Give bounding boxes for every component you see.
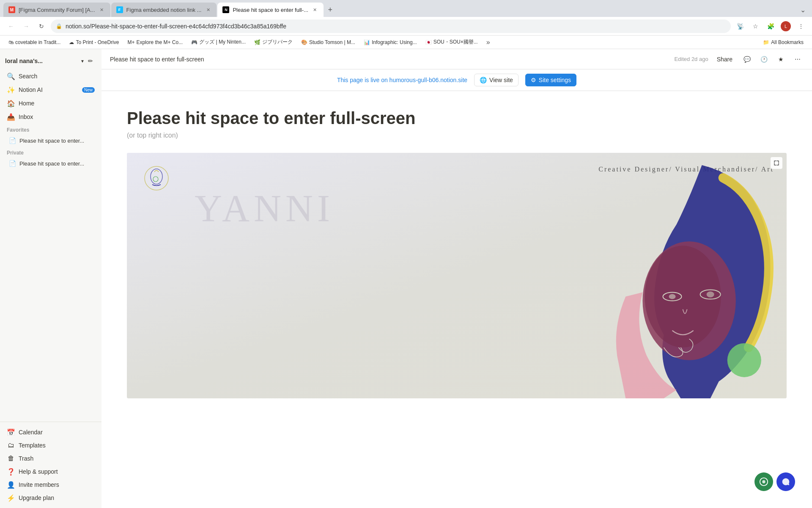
profile-avatar: L xyxy=(781,21,791,31)
tab-1-favicon: M xyxy=(8,6,15,13)
chat-button-2[interactable] xyxy=(776,472,795,491)
tab-3-title: Please hit space to enter full-... xyxy=(233,7,308,13)
sidebar-bottom: 📅 Calendar 🗂 Templates 🗑 Trash ❓ Help & … xyxy=(0,422,102,505)
extensions-icon[interactable]: 🧩 xyxy=(765,20,776,32)
bookmark-covetable-icon: 🛍 xyxy=(8,39,14,45)
view-site-button[interactable]: 🌐 View site xyxy=(474,74,518,86)
bookmark-nintendo-label: グッズ | My Ninten... xyxy=(199,39,246,46)
page-content: Please hit space to enter full-screen (o… xyxy=(102,91,812,508)
tab-2-close[interactable]: ✕ xyxy=(205,6,211,13)
help-label: Help & support xyxy=(19,468,95,475)
private-page-1-title: Please hit space to enter... xyxy=(19,160,84,167)
templates-icon: 🗂 xyxy=(7,441,15,450)
tab-2[interactable]: F Figma embedded notion link ... ✕ xyxy=(111,3,217,17)
new-page-icon[interactable]: ✏ xyxy=(85,55,96,67)
comments-button[interactable]: 💬 xyxy=(741,53,753,65)
cast-icon[interactable]: 📡 xyxy=(734,20,746,32)
search-icon: 🔍 xyxy=(7,72,15,80)
notion-ai-badge: New xyxy=(82,87,95,93)
home-icon: 🏠 xyxy=(7,99,15,108)
expand-embed-button[interactable] xyxy=(771,157,782,169)
forward-button[interactable]: → xyxy=(20,20,32,32)
portfolio-artwork: YANNI Creative Designer/ Visual Merchand… xyxy=(127,153,787,398)
sidebar-trash[interactable]: 🗑 Trash xyxy=(2,452,100,465)
bookmarks-bar: 🛍 covetable in Tradit... ☁ To Print - On… xyxy=(0,36,812,49)
bookmark-mplus[interactable]: M+ Explore the M+ Co... xyxy=(124,39,186,46)
tab-2-title: Figma embedded notion link ... xyxy=(126,7,202,13)
sidebar-home[interactable]: 🏠 Home xyxy=(2,97,100,110)
favorites-section-title: Favorites xyxy=(0,124,102,135)
sidebar-search[interactable]: 🔍 Search xyxy=(2,70,100,83)
site-settings-button[interactable]: ⚙ Site settings xyxy=(525,74,576,86)
chat-button-1[interactable] xyxy=(754,472,773,491)
portfolio-figure-svg xyxy=(358,165,787,398)
bookmark-sou[interactable]: 🇯🇵 SOU・SOU×國譽... xyxy=(422,38,481,47)
tab-1-title: [Figma Community Forum] [A... xyxy=(19,7,95,13)
upgrade-icon: ⚡ xyxy=(7,494,15,502)
page-header-title: Please hit space to enter full-screen xyxy=(110,56,204,63)
all-bookmarks-folder[interactable]: 📁 All Bookmarks xyxy=(760,39,807,46)
tab-2-favicon: F xyxy=(116,6,123,13)
private-page-icon: 📄 xyxy=(8,160,16,167)
lock-icon: 🔒 xyxy=(56,23,62,29)
all-bookmarks-label: All Bookmarks xyxy=(771,39,804,45)
bookmark-star-icon[interactable]: ☆ xyxy=(749,20,761,32)
bookmark-onedrive-label: To Print - OneDrive xyxy=(76,39,119,45)
portfolio-name-watermark: YANNI xyxy=(195,187,334,230)
bookmark-mplus-icon: M+ xyxy=(127,39,134,45)
bookmark-tomson-label: Studio Tomson | M... xyxy=(309,39,355,45)
profile-icon[interactable]: L xyxy=(780,20,792,32)
notion-ai-icon: ✨ xyxy=(7,86,15,94)
sidebar-upgrade[interactable]: ⚡ Upgrade plan xyxy=(2,491,100,504)
tab-1[interactable]: M [Figma Community Forum] [A... ✕ xyxy=(3,3,110,17)
globe-icon: 🌐 xyxy=(480,77,487,83)
favorite-button[interactable]: ★ xyxy=(775,53,787,65)
tab-1-close[interactable]: ✕ xyxy=(99,6,105,13)
chat-widget xyxy=(754,472,795,491)
bookmark-infographic[interactable]: 📊 Infographic: Using... xyxy=(360,39,420,46)
new-tab-button[interactable]: + xyxy=(324,4,336,16)
bookmark-tomson[interactable]: 🎨 Studio Tomson | M... xyxy=(298,39,359,46)
live-site-link[interactable]: This page is live on humorous-gull-b06.n… xyxy=(337,77,467,83)
private-item-1[interactable]: 📄 Please hit space to enter... xyxy=(2,158,100,169)
browser-toolbar: ← → ↻ 🔒 notion.so/Please-hit-space-to-en… xyxy=(0,17,812,36)
bookmark-ghibli[interactable]: 🌿 ジブリパーク xyxy=(251,38,296,47)
sidebar-templates[interactable]: 🗂 Templates xyxy=(2,439,100,452)
page-header: Please hit space to enter full-screen Ed… xyxy=(102,49,812,69)
browser-chrome: M [Figma Community Forum] [A... ✕ F Figm… xyxy=(0,0,812,49)
tab-3-close[interactable]: ✕ xyxy=(312,6,318,13)
calendar-label: Calendar xyxy=(19,429,95,436)
tab-3[interactable]: N Please hit space to enter full-... ✕ xyxy=(217,3,323,17)
bookmark-infographic-icon: 📊 xyxy=(364,39,370,45)
page-header-actions: Edited 2d ago Share 💬 🕐 ★ ⋯ xyxy=(674,53,804,65)
view-site-label: View site xyxy=(489,77,513,83)
sidebar-calendar[interactable]: 📅 Calendar xyxy=(2,426,100,439)
bookmark-covetable-label: covetable in Tradit... xyxy=(15,39,60,45)
workspace-name: loral nana's... xyxy=(5,58,80,64)
bookmark-ghibli-label: ジブリパーク xyxy=(262,39,293,46)
sidebar-notion-ai[interactable]: ✨ Notion AI New xyxy=(2,83,100,96)
embed-container: YANNI Creative Designer/ Visual Merchand… xyxy=(127,153,787,398)
menu-icon[interactable]: ⋮ xyxy=(795,20,807,32)
share-button[interactable]: Share xyxy=(713,54,736,64)
svg-point-11 xyxy=(762,480,765,483)
notion-ai-label: Notion AI xyxy=(19,86,79,93)
private-section-title: Private xyxy=(0,146,102,157)
sidebar-inbox[interactable]: 📥 Inbox xyxy=(2,110,100,123)
workspace-header[interactable]: loral nana's... ▼ ✏ xyxy=(0,52,102,69)
bookmarks-more-icon[interactable]: » xyxy=(483,39,494,46)
history-button[interactable]: 🕐 xyxy=(758,53,770,65)
back-button[interactable]: ← xyxy=(5,20,17,32)
more-options-button[interactable]: ⋯ xyxy=(792,53,804,65)
bookmark-covetable[interactable]: 🛍 covetable in Tradit... xyxy=(5,39,64,46)
sidebar-invite[interactable]: 👤 Invite members xyxy=(2,478,100,491)
invite-label: Invite members xyxy=(19,481,95,488)
favorites-item-1[interactable]: 📄 Please hit space to enter... xyxy=(2,135,100,146)
sidebar-help[interactable]: ❓ Help & support xyxy=(2,465,100,478)
reload-button[interactable]: ↻ xyxy=(36,20,47,32)
portfolio-logo xyxy=(140,161,173,195)
more-tabs-button[interactable]: ⌄ xyxy=(797,4,809,16)
bookmark-onedrive[interactable]: ☁ To Print - OneDrive xyxy=(66,39,122,46)
address-bar[interactable]: 🔒 notion.so/Please-hit-space-to-enter-fu… xyxy=(51,19,731,33)
bookmark-nintendo[interactable]: 🎮 グッズ | My Ninten... xyxy=(188,38,249,47)
